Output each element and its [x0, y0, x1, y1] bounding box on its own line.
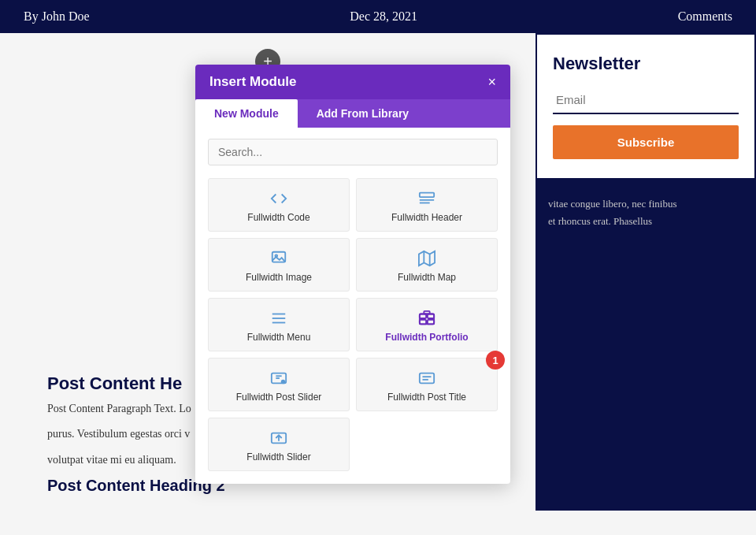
- search-input[interactable]: [208, 139, 498, 165]
- sidebar-post-text: vitae congue libero, nec finibus et rhon…: [536, 180, 756, 246]
- left-content: + Insert Module × New Module Add From Li…: [0, 33, 536, 511]
- newsletter-box: Newsletter Subscribe: [536, 33, 756, 180]
- map-icon: [418, 250, 435, 267]
- svg-rect-22: [420, 373, 434, 384]
- header-icon: [418, 190, 435, 207]
- tab-add-from-library[interactable]: Add From Library: [298, 99, 428, 128]
- module-fullwidth-post-slider[interactable]: Fullwidth Post Slider: [208, 358, 350, 411]
- modal-title: Insert Module: [209, 74, 297, 90]
- modal-close-button[interactable]: ×: [487, 75, 496, 89]
- menu-icon: [270, 310, 287, 327]
- module-label: Fullwidth Map: [398, 272, 456, 283]
- module-fullwidth-post-title[interactable]: Fullwidth Post Title 1: [356, 358, 498, 411]
- author-label: By John Doe: [24, 9, 90, 24]
- svg-rect-15: [428, 314, 434, 319]
- modal-header: Insert Module ×: [195, 65, 510, 99]
- insert-module-modal: Insert Module × New Module Add From Libr…: [195, 65, 510, 484]
- module-grid: Fullwidth Code Fullwidth Header: [195, 172, 510, 484]
- slider-icon: [270, 429, 287, 447]
- svg-point-21: [282, 381, 285, 384]
- module-fullwidth-image[interactable]: Fullwidth Image: [208, 238, 350, 292]
- module-label: Fullwidth Post Slider: [236, 392, 322, 403]
- module-fullwidth-map[interactable]: Fullwidth Map: [356, 238, 498, 292]
- newsletter-title: Newsletter: [553, 54, 739, 74]
- search-area: [195, 128, 510, 172]
- module-label: Fullwidth Image: [246, 272, 312, 283]
- module-fullwidth-portfolio[interactable]: Fullwidth Portfolio: [356, 298, 498, 351]
- post-title-icon: [418, 370, 435, 387]
- portfolio-icon: [418, 310, 435, 327]
- post-slider-icon: [270, 370, 287, 387]
- top-bar: By John Doe Dec 28, 2021 Comments: [0, 0, 756, 33]
- module-fullwidth-header[interactable]: Fullwidth Header: [356, 178, 498, 232]
- modal-box: Insert Module × New Module Add From Libr…: [195, 65, 510, 484]
- code-icon: [270, 190, 287, 207]
- svg-marker-5: [419, 251, 435, 266]
- email-input[interactable]: [553, 87, 739, 114]
- module-fullwidth-code[interactable]: Fullwidth Code: [208, 178, 350, 232]
- module-label: Fullwidth Header: [391, 212, 462, 223]
- badge-count: 1: [486, 351, 505, 370]
- module-label: Fullwidth Post Title: [387, 392, 466, 403]
- module-fullwidth-slider[interactable]: Fullwidth Slider: [208, 418, 350, 471]
- module-fullwidth-menu[interactable]: Fullwidth Menu: [208, 298, 350, 351]
- comments-label: Comments: [678, 9, 732, 24]
- module-label: Fullwidth Menu: [247, 332, 311, 343]
- date-label: Dec 28, 2021: [350, 9, 417, 24]
- svg-rect-14: [420, 314, 426, 319]
- svg-rect-16: [420, 320, 426, 325]
- right-sidebar: Newsletter Subscribe vitae congue libero…: [536, 33, 756, 511]
- tab-new-module[interactable]: New Module: [195, 99, 298, 128]
- subscribe-button[interactable]: Subscribe: [553, 125, 739, 159]
- svg-rect-17: [428, 320, 434, 325]
- module-label: Fullwidth Portfolio: [385, 332, 468, 343]
- svg-point-4: [275, 254, 277, 257]
- module-label: Fullwidth Slider: [246, 451, 310, 463]
- image-icon: [270, 250, 287, 267]
- svg-rect-0: [420, 193, 434, 198]
- modal-tabs: New Module Add From Library: [195, 99, 510, 128]
- module-label: Fullwidth Code: [247, 212, 309, 223]
